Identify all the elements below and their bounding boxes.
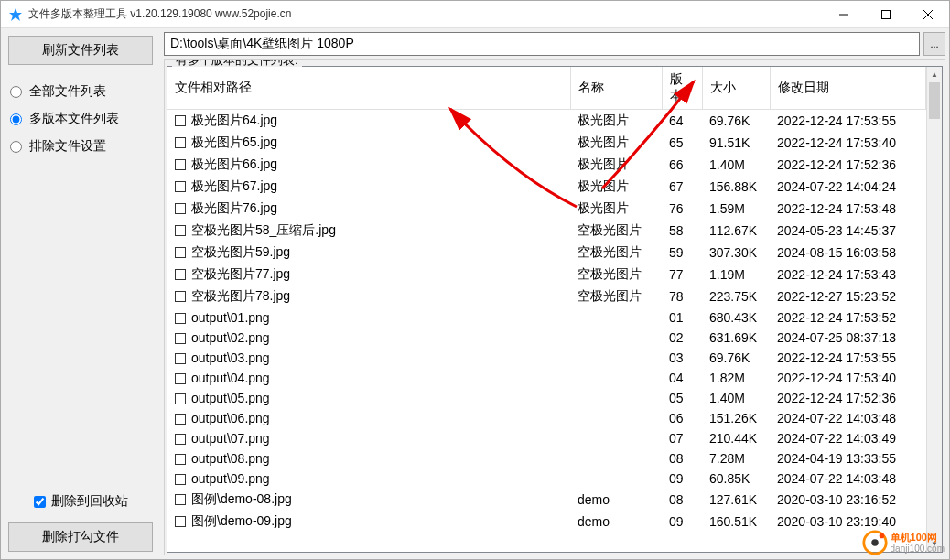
delete-checked-button[interactable]: 删除打勾文件 (8, 522, 153, 552)
row-checkbox[interactable] (175, 225, 186, 236)
row-checkbox[interactable] (175, 494, 186, 505)
table-row[interactable]: output\04.png041.82M2022-12-24 17:53:40 (167, 368, 926, 388)
cell-date: 2024-07-22 14:04:24 (770, 176, 926, 198)
table-row[interactable]: output\09.png0960.85K2024-07-22 14:03:48 (167, 468, 926, 489)
cell-path: output\07.png (191, 431, 270, 446)
table-row[interactable]: 极光图片65.jpg极光图片6591.51K2022-12-24 17:53:4… (167, 132, 926, 154)
table-row[interactable]: 空极光图片77.jpg空极光图片771.19M2022-12-24 17:53:… (167, 264, 926, 285)
cell-size: 7.28M (702, 448, 770, 468)
table-row[interactable]: 空极光图片59.jpg空极光图片59307.30K2024-08-15 16:0… (167, 242, 926, 264)
row-checkbox[interactable] (175, 115, 186, 126)
row-checkbox[interactable] (175, 353, 186, 364)
table-row[interactable]: 极光图片64.jpg极光图片6469.76K2022-12-24 17:53:5… (167, 110, 926, 133)
view-mode-radio[interactable]: 全部文件列表 (8, 78, 153, 105)
col-header-name[interactable]: 名称 (570, 67, 662, 110)
row-checkbox[interactable] (175, 474, 186, 485)
table-row[interactable]: 极光图片67.jpg极光图片67156.88K2024-07-22 14:04:… (167, 176, 926, 198)
col-header-date[interactable]: 修改日期 (770, 67, 926, 110)
recycle-checkbox-input[interactable] (34, 496, 46, 508)
radio-label: 多版本文件列表 (29, 111, 119, 127)
delete-to-recycle-checkbox[interactable]: 删除到回收站 (8, 488, 153, 515)
row-checkbox[interactable] (175, 454, 186, 465)
cell-path: 极光图片76.jpg (191, 200, 277, 215)
col-header-size[interactable]: 大小 (702, 67, 770, 110)
table-row[interactable]: 空极光图片78.jpg空极光图片78223.75K2022-12-27 15:2… (167, 285, 926, 307)
cell-date: 2020-03-10 23:19:40 (770, 511, 926, 533)
cell-date: 2022-12-24 17:53:52 (770, 307, 926, 328)
close-button[interactable] (907, 1, 949, 28)
table-row[interactable]: output\05.png051.40M2022-12-24 17:52:36 (167, 388, 926, 408)
cell-name: 空极光图片 (570, 285, 662, 307)
row-checkbox[interactable] (175, 414, 186, 425)
table-row[interactable]: output\06.png06151.26K2024-07-22 14:03:4… (167, 408, 926, 428)
cell-size: 1.82M (702, 368, 770, 388)
window-title: 文件多版本整理工具 v1.20.129.19080 www.52pojie.cn (28, 6, 823, 22)
app-icon (8, 7, 23, 22)
cell-date: 2022-12-24 17:53:40 (770, 368, 926, 388)
row-checkbox[interactable] (175, 393, 186, 404)
view-mode-radio[interactable]: 多版本文件列表 (8, 105, 153, 133)
scroll-thumb[interactable] (929, 82, 940, 119)
radio-input[interactable] (10, 141, 22, 153)
col-header-version[interactable]: 版本 (662, 67, 702, 110)
row-checkbox[interactable] (175, 434, 186, 445)
table-row[interactable]: 空极光图片58_压缩后.jpg空极光图片58112.67K2024-05-23 … (167, 220, 926, 242)
cell-size: 631.69K (702, 328, 770, 348)
cell-version: 58 (662, 220, 702, 242)
table-row[interactable]: output\03.png0369.76K2022-12-24 17:53:55 (167, 348, 926, 368)
radio-input[interactable] (10, 113, 22, 125)
row-checkbox[interactable] (175, 313, 186, 324)
minimize-button[interactable] (823, 1, 865, 28)
content-area: 刷新文件列表 全部文件列表多版本文件列表排除文件设置 删除到回收站 删除打勾文件… (1, 28, 949, 559)
table-row[interactable]: output\08.png087.28M2024-04-19 13:33:55 (167, 448, 926, 468)
cell-date: 2024-07-22 14:03:48 (770, 468, 926, 489)
row-checkbox[interactable] (175, 373, 186, 384)
col-header-path[interactable]: 文件相对路径 (167, 67, 570, 110)
cell-name (570, 448, 662, 468)
cell-size: 1.40M (702, 388, 770, 408)
table-row[interactable]: 极光图片76.jpg极光图片761.59M2022-12-24 17:53:48 (167, 198, 926, 220)
view-mode-radio[interactable]: 排除文件设置 (8, 133, 153, 160)
cell-name: 极光图片 (570, 176, 662, 198)
table-row[interactable]: output\02.png02631.69K2024-07-25 08:37:1… (167, 328, 926, 348)
cell-path: 极光图片66.jpg (191, 156, 277, 171)
vertical-scrollbar[interactable]: ▲ ▼ (926, 67, 942, 552)
row-checkbox[interactable] (175, 516, 186, 527)
refresh-button[interactable]: 刷新文件列表 (8, 36, 153, 65)
cell-version: 08 (662, 448, 702, 468)
cell-version: 04 (662, 368, 702, 388)
row-checkbox[interactable] (175, 291, 186, 302)
row-checkbox[interactable] (175, 203, 186, 214)
cell-version: 66 (662, 154, 702, 176)
table-row[interactable]: 极光图片66.jpg极光图片661.40M2022-12-24 17:52:36 (167, 154, 926, 176)
radio-input[interactable] (10, 86, 22, 98)
scroll-up-arrow[interactable]: ▲ (927, 67, 942, 82)
path-input[interactable] (164, 32, 920, 56)
table-row[interactable]: output\01.png01680.43K2022-12-24 17:53:5… (167, 307, 926, 328)
browse-button[interactable]: ... (923, 32, 945, 56)
cell-version: 02 (662, 328, 702, 348)
cell-date: 2020-03-10 23:16:52 (770, 489, 926, 511)
table-row[interactable]: 图例\demo-08.jpgdemo08127.61K2020-03-10 23… (167, 489, 926, 511)
maximize-button[interactable] (865, 1, 907, 28)
row-checkbox[interactable] (175, 137, 186, 148)
recycle-checkbox-label: 删除到回收站 (51, 493, 128, 510)
row-checkbox[interactable] (175, 159, 186, 170)
file-table-wrap: 文件相对路径 名称 版本 大小 修改日期 极光图片64.jpg极光图片6469.… (167, 66, 943, 553)
cell-path: output\09.png (191, 471, 270, 486)
cell-path: 极光图片65.jpg (191, 135, 277, 149)
table-row[interactable]: 图例\demo-09.jpgdemo09160.51K2020-03-10 23… (167, 511, 926, 533)
app-window: 文件多版本整理工具 v1.20.129.19080 www.52pojie.cn… (0, 0, 950, 560)
cell-date: 2024-07-25 08:37:13 (770, 328, 926, 348)
cell-size: 127.61K (702, 489, 770, 511)
cell-size: 1.59M (702, 198, 770, 220)
row-checkbox[interactable] (175, 333, 186, 344)
radio-label: 排除文件设置 (29, 138, 106, 155)
scroll-down-arrow[interactable]: ▼ (927, 536, 942, 552)
row-checkbox[interactable] (175, 269, 186, 280)
table-row[interactable]: output\07.png07210.44K2024-07-22 14:03:4… (167, 428, 926, 448)
file-table-scroll[interactable]: 文件相对路径 名称 版本 大小 修改日期 极光图片64.jpg极光图片6469.… (167, 67, 926, 552)
row-checkbox[interactable] (175, 247, 186, 258)
row-checkbox[interactable] (175, 181, 186, 192)
cell-version: 09 (662, 511, 702, 533)
